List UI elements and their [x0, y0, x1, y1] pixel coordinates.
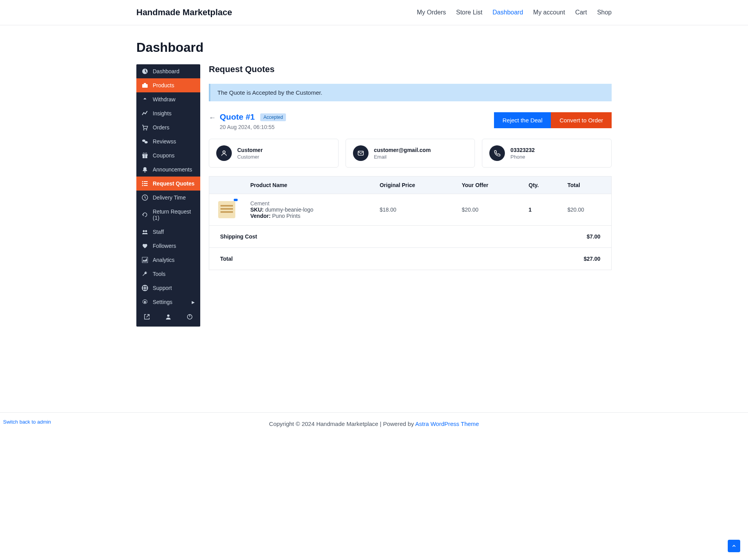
svg-point-3 [143, 129, 145, 131]
sidebar-item-support[interactable]: Support [136, 281, 200, 295]
list-icon [142, 180, 148, 187]
table-row: Cement SKU: dummy-beanie-logo Vendor: Pu… [209, 194, 612, 226]
topnav-store-list[interactable]: Store List [456, 9, 483, 16]
topnav-dashboard[interactable]: Dashboard [492, 9, 523, 16]
quote-date: 20 Aug 2024, 06:10:55 [220, 124, 286, 130]
sidebar-item-label: Dashboard [153, 68, 180, 74]
svg-point-15 [142, 185, 143, 186]
sidebar-item-announcements[interactable]: Announcements [136, 163, 200, 177]
sidebar-item-label: Tools [153, 271, 166, 277]
sidebar-item-label: Request Quotes [153, 180, 194, 187]
main-content: Request Quotes The Quote is Accepted by … [209, 64, 612, 270]
sidebar-item-delivery-time[interactable]: Delivery Time [136, 191, 200, 205]
back-arrow-icon[interactable]: ← [209, 114, 216, 122]
sidebar-item-followers[interactable]: Followers [136, 239, 200, 253]
topnav-my-orders[interactable]: My Orders [417, 9, 446, 16]
sidebar-item-label: Support [153, 285, 172, 291]
sidebar-item-label: Followers [153, 243, 176, 249]
col-your-offer: Your Offer [455, 177, 522, 194]
heart-icon [142, 243, 148, 249]
user-icon [216, 145, 232, 161]
topnav-shop[interactable]: Shop [597, 9, 612, 16]
footer-copyright: Copyright © 2024 Handmade Marketplace | … [0, 420, 748, 427]
switch-admin-link[interactable]: Switch back to admin [3, 419, 51, 425]
wrench-icon [142, 271, 148, 277]
sidebar-item-label: Coupons [153, 152, 175, 159]
product-thumbnail[interactable] [218, 201, 235, 218]
site-brand[interactable]: Handmade Marketplace [136, 7, 232, 18]
col-image [209, 177, 244, 194]
sidebar-item-analytics[interactable]: Analytics [136, 253, 200, 267]
sidebar-item-label: Return Request (1) [153, 208, 195, 221]
reject-deal-button[interactable]: Reject the Deal [494, 112, 551, 128]
sidebar-item-label: Settings [153, 299, 173, 305]
contact-card-customer: CustomerCustomer [209, 139, 339, 168]
power-icon[interactable] [187, 314, 193, 321]
user-icon[interactable] [165, 314, 171, 321]
page-title: Dashboard [136, 40, 612, 55]
sidebar-item-products[interactable]: Products [136, 78, 200, 92]
undo-icon [142, 212, 148, 218]
sidebar-item-insights[interactable]: Insights [136, 106, 200, 120]
sidebar-item-label: Products [153, 82, 174, 88]
sidebar-item-label: Delivery Time [153, 194, 186, 201]
sidebar-item-label: Withdraw [153, 96, 175, 102]
svg-point-33 [223, 151, 225, 153]
svg-rect-17 [144, 183, 148, 184]
sidebar-item-orders[interactable]: Orders [136, 120, 200, 134]
sidebar-item-withdraw[interactable]: Withdraw [136, 92, 200, 106]
sidebar-item-return-request-1-[interactable]: Return Request (1) [136, 205, 200, 225]
sidebar-item-label: Insights [153, 110, 171, 117]
contact-card-email: customer@gmail.comEmail [346, 139, 475, 168]
section-title: Request Quotes [209, 64, 612, 74]
svg-rect-18 [144, 185, 148, 186]
users-icon [142, 229, 148, 235]
sidebar-item-tools[interactable]: Tools [136, 267, 200, 281]
sidebar-item-settings[interactable]: Settings▶ [136, 295, 200, 309]
sidebar-item-staff[interactable]: Staff [136, 225, 200, 239]
sidebar-item-dashboard[interactable]: Dashboard [136, 64, 200, 78]
svg-rect-16 [144, 181, 148, 182]
offer-price: $20.00 [455, 194, 522, 226]
svg-point-30 [167, 314, 169, 317]
topnav-cart[interactable]: Cart [575, 9, 587, 16]
svg-point-13 [142, 181, 143, 182]
briefcase-icon [142, 82, 148, 88]
sidebar-item-label: Reviewss [153, 138, 176, 145]
total-row: Total $27.00 [209, 248, 612, 270]
svg-point-14 [142, 183, 143, 184]
sidebar-item-request-quotes[interactable]: Request Quotes [136, 177, 200, 191]
svg-point-20 [143, 230, 145, 232]
cart-icon [142, 124, 148, 131]
chevron-right-icon: ▶ [192, 300, 195, 304]
dashboard-icon [142, 68, 148, 74]
chart-icon [142, 110, 148, 117]
support-icon [142, 285, 148, 291]
top-nav: My OrdersStore ListDashboardMy accountCa… [417, 9, 612, 16]
sidebar-item-label: Orders [153, 124, 169, 131]
svg-point-4 [146, 129, 147, 131]
sidebar-item-coupons[interactable]: Coupons [136, 148, 200, 163]
svg-point-12 [145, 171, 146, 173]
sidebar: DashboardProductsWithdrawInsightsOrders … [136, 64, 200, 327]
theme-link[interactable]: Astra WordPress Theme [415, 420, 479, 427]
col-product-name: Product Name [244, 177, 374, 194]
external-link-icon[interactable] [144, 314, 150, 321]
sidebar-item-label: Analytics [153, 257, 175, 263]
area-icon [142, 257, 148, 263]
withdraw-icon [142, 96, 148, 102]
convert-order-button[interactable]: Convert to Order [551, 112, 612, 128]
contact-card-phone: 03323232Phone [482, 139, 612, 168]
sidebar-item-label: Staff [153, 229, 164, 235]
notice-banner: The Quote is Accepted by the Customer. [209, 84, 612, 101]
svg-point-24 [144, 287, 146, 289]
phone-icon [489, 145, 505, 161]
mail-icon [353, 145, 369, 161]
topnav-my-account[interactable]: My account [533, 9, 565, 16]
sidebar-item-reviewss[interactable]: Reviewss [136, 134, 200, 148]
svg-point-21 [145, 230, 147, 232]
col-original-price: Original Price [373, 177, 455, 194]
clock-icon [142, 194, 148, 201]
comments-icon [142, 138, 148, 145]
quote-title: Quote #1 [220, 112, 255, 121]
